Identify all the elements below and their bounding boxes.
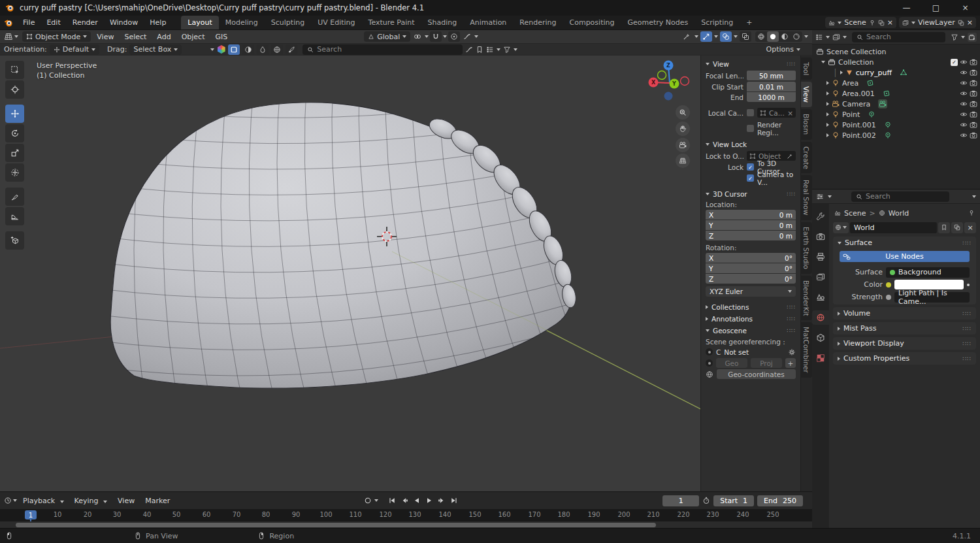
workspace-tab-geometry-nodes[interactable]: Geometry Nodes xyxy=(621,16,694,29)
snap-target-chevron-icon[interactable] xyxy=(425,35,429,38)
shading-rendered-icon[interactable] xyxy=(791,31,802,42)
menu-help[interactable]: Help xyxy=(144,16,172,29)
menu-window[interactable]: Window xyxy=(104,16,144,29)
close-button[interactable]: × xyxy=(951,0,980,16)
proj-radio[interactable] xyxy=(706,359,713,367)
filter-chevron-icon[interactable] xyxy=(514,48,517,51)
timeline-scrollbar[interactable] xyxy=(16,523,656,527)
volume-panel-header[interactable]: Volume∷∷ xyxy=(833,307,976,320)
drag-dropdown[interactable]: Select Box xyxy=(129,44,182,55)
world-tab-icon[interactable] xyxy=(812,310,829,325)
playhead[interactable]: 1 xyxy=(25,510,37,519)
play-button[interactable] xyxy=(423,495,434,506)
previous-keyframe-button[interactable] xyxy=(399,495,410,506)
move-tool[interactable] xyxy=(5,105,24,123)
cursor-rot-z-field[interactable]: Z0° xyxy=(706,274,796,284)
scale-tool[interactable] xyxy=(5,144,24,162)
render-visibility-icon[interactable] xyxy=(970,110,977,118)
display-mode-icon[interactable] xyxy=(832,33,840,41)
crs-radio[interactable] xyxy=(706,348,713,355)
camera-view-button[interactable] xyxy=(676,138,690,152)
gis-brush-toggle-icon[interactable] xyxy=(286,44,297,55)
tab-tool[interactable]: Tool xyxy=(801,58,812,80)
render-visibility-icon[interactable] xyxy=(970,121,977,129)
drag-dots-icon[interactable]: ∷∷ xyxy=(963,325,972,332)
expand-icon[interactable] xyxy=(826,112,829,116)
jump-to-start-button[interactable] xyxy=(386,495,397,506)
drag-dots-icon[interactable]: ∷∷ xyxy=(787,327,796,334)
menu-render[interactable]: Render xyxy=(67,16,104,29)
workspace-tab-compositing[interactable]: Compositing xyxy=(563,16,621,29)
hide-eye-icon[interactable] xyxy=(960,121,968,129)
drag-dots-icon[interactable]: ∷∷ xyxy=(963,355,972,362)
fake-user-shield-icon[interactable] xyxy=(938,222,950,233)
filter-icon[interactable] xyxy=(503,46,511,54)
scene-selector[interactable]: Scene × xyxy=(825,17,896,28)
collections-panel-header[interactable]: Collections∷∷ xyxy=(701,301,800,313)
outliner-search-input[interactable]: Search xyxy=(852,32,945,42)
drag-dots-icon[interactable]: ∷∷ xyxy=(963,340,972,347)
geoscene-panel-header[interactable]: Geoscene∷∷ xyxy=(701,325,800,337)
geo-coordinates-button[interactable]: Geo-coordinates xyxy=(717,369,796,379)
workspace-tab-animation[interactable]: Animation xyxy=(463,16,513,29)
falloff-chevron-icon[interactable] xyxy=(474,35,478,38)
proj-button[interactable]: Proj xyxy=(751,358,782,368)
pin-icon[interactable] xyxy=(869,20,875,26)
outliner-row-curry-puff[interactable]: │ curry_puff xyxy=(816,67,980,78)
cursor-tool[interactable] xyxy=(5,80,24,99)
workspace-tab-rendering[interactable]: Rendering xyxy=(513,16,563,29)
outliner-row-point[interactable]: Point xyxy=(816,109,980,120)
render-visibility-icon[interactable] xyxy=(970,58,977,66)
overlays-toggle-icon[interactable] xyxy=(720,31,732,42)
tab-blosm[interactable]: Blosm xyxy=(801,109,812,139)
xray-toggle-icon[interactable] xyxy=(740,31,751,42)
options-button[interactable]: Options xyxy=(766,45,794,54)
outliner-row-point-002[interactable]: Point.002 xyxy=(816,130,980,140)
texture-tab-icon[interactable] xyxy=(812,351,829,365)
outliner-row-collection[interactable]: Collection ✓ xyxy=(816,57,980,67)
expand-icon[interactable] xyxy=(821,61,825,63)
tab-create[interactable]: Create xyxy=(801,142,812,174)
outliner-row-area-001[interactable]: Area.001 xyxy=(816,88,980,99)
tool-search-input[interactable]: Search xyxy=(302,44,463,55)
gizmos-toggle-icon[interactable] xyxy=(700,31,712,42)
copy-icon[interactable] xyxy=(958,20,964,26)
use-nodes-button[interactable]: Use Nodes xyxy=(840,251,970,262)
tab-blenderkit[interactable]: BlenderKit xyxy=(801,276,812,321)
hide-eye-icon[interactable] xyxy=(960,100,968,108)
render-visibility-icon[interactable] xyxy=(970,79,977,87)
presets-icon[interactable] xyxy=(486,46,494,54)
local-camera-field[interactable]: Ca... × xyxy=(757,108,796,118)
drag-dots-icon[interactable]: ∷∷ xyxy=(787,316,796,322)
rotate-tool[interactable] xyxy=(5,124,24,142)
add-crs-button[interactable]: + xyxy=(785,358,796,368)
snap-chevron-icon[interactable] xyxy=(443,35,447,38)
surface-panel-header[interactable]: Surface ∷∷ xyxy=(833,237,976,249)
gis-colorful-icon[interactable] xyxy=(217,45,225,54)
expand-icon[interactable] xyxy=(826,81,829,85)
collection-checkbox[interactable]: ✓ xyxy=(951,59,958,66)
clear-icon[interactable]: × xyxy=(787,109,793,117)
menu-view[interactable]: View xyxy=(92,33,118,41)
shading-wireframe-icon[interactable] xyxy=(755,31,767,42)
hide-eye-icon[interactable] xyxy=(960,58,968,66)
measure-tool[interactable] xyxy=(5,207,24,225)
outliner-row-camera[interactable]: Camera xyxy=(816,99,980,109)
focal-length-field[interactable]: 50 mm xyxy=(747,71,796,80)
axis-neg-z-ball[interactable] xyxy=(664,92,673,101)
drag-dots-icon[interactable]: ∷∷ xyxy=(787,304,796,310)
menu-keying[interactable]: Keying xyxy=(70,497,112,505)
proportional-editing-icon[interactable] xyxy=(448,31,460,42)
transform-tool[interactable] xyxy=(5,163,24,182)
workspace-tab-sculpting[interactable]: Sculpting xyxy=(265,16,311,29)
cursor-rot-x-field[interactable]: X0° xyxy=(706,253,796,263)
mode-dropdown[interactable]: Object Mode xyxy=(22,31,91,42)
view-panel-header[interactable]: View ∷∷ xyxy=(701,58,800,70)
properties-search-input[interactable]: Search xyxy=(851,191,949,202)
axis-neg-x-ball[interactable] xyxy=(681,77,689,86)
tab-real-snow[interactable]: Real Snow xyxy=(801,175,812,220)
hide-eye-icon[interactable] xyxy=(960,90,968,97)
expand-icon[interactable] xyxy=(826,102,829,106)
hide-eye-icon[interactable] xyxy=(960,110,968,118)
workspace-tab-layout[interactable]: Layout xyxy=(181,16,218,29)
